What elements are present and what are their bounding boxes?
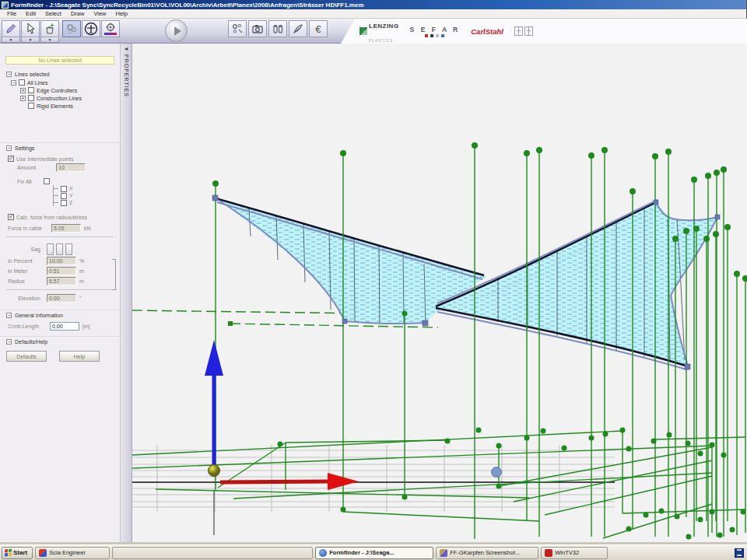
amount-field[interactable]: 10 xyxy=(56,163,86,172)
play-button[interactable] xyxy=(165,19,188,42)
collapse-panel-arrow-icon[interactable]: ◄ xyxy=(124,46,129,51)
in-meter-label: in Meter xyxy=(8,268,44,274)
statics-button[interactable] xyxy=(101,20,120,37)
menu-file[interactable]: File xyxy=(2,10,21,17)
add-bucket-button[interactable]: + xyxy=(40,20,59,37)
construction-lines-checkbox[interactable] xyxy=(28,95,34,101)
fix-y-row[interactable]: Y xyxy=(54,192,120,199)
defaults-help-header[interactable]: − Defaults/Help xyxy=(0,336,120,346)
camera-button[interactable] xyxy=(248,20,267,37)
feather-button[interactable] xyxy=(289,20,307,37)
task-unlabeled[interactable] xyxy=(112,547,313,559)
status-box: No Lines selected xyxy=(5,56,114,65)
coordinate-axes xyxy=(205,340,359,490)
help-button[interactable]: Help xyxy=(59,351,100,362)
gears-cluster-icon xyxy=(65,23,78,35)
rigid-elements-checkbox[interactable] xyxy=(28,103,34,109)
elevation-label: Elevation xyxy=(8,296,44,301)
menu-view[interactable]: View xyxy=(89,10,110,17)
task-formfinder[interactable]: Formfinder - J:\Seaga... xyxy=(315,547,433,559)
menu-edit[interactable]: Edit xyxy=(21,10,40,17)
toolbar: ▼ ▼ + ▼ xyxy=(0,19,746,44)
tree-item-rigid-elements[interactable]: Rigid Elements xyxy=(20,102,120,110)
sag-bracket xyxy=(112,259,116,290)
formfinding-button[interactable] xyxy=(62,20,81,37)
menu-select[interactable]: Select xyxy=(40,10,66,17)
sponsor-logos: LENZING PLASTICS S E F A R CarlStahl xyxy=(355,19,747,44)
tray-language-icon[interactable] xyxy=(735,548,744,558)
carlstahl-logo: CarlStahl xyxy=(471,27,503,36)
origin-marker xyxy=(209,465,220,477)
start-button[interactable]: Start xyxy=(2,547,33,559)
contr-length-field[interactable]: 0.00 xyxy=(50,322,79,331)
draw-dropdown[interactable]: ▼ xyxy=(2,37,20,43)
use-intermediate-row[interactable]: Use intermediate points xyxy=(8,155,120,163)
select-dropdown[interactable]: ▼ xyxy=(21,37,40,43)
radius-field[interactable]: 6.57 xyxy=(47,277,76,285)
task-ff-gkarpfen[interactable]: FF-GKarpfen Screenshot... xyxy=(436,547,538,559)
system-tray xyxy=(735,548,745,558)
wintv-icon xyxy=(545,549,552,557)
calc-force-row[interactable]: Calc. force from radius/stress xyxy=(8,213,120,221)
properties-tab-strip[interactable]: ◄ PROPERTIES xyxy=(121,44,132,542)
sefar-logo: S E F A R xyxy=(410,26,461,37)
expander-icon[interactable]: − xyxy=(11,80,16,86)
force-field[interactable]: 5.05 xyxy=(51,224,81,233)
collapse-icon[interactable]: − xyxy=(6,72,12,77)
elevation-field[interactable]: 0.00 xyxy=(47,294,76,303)
draw-pencil-button[interactable] xyxy=(2,20,20,37)
select-button[interactable] xyxy=(21,20,40,37)
tree-item-all-lines[interactable]: − All Lines xyxy=(11,79,120,86)
menu-draw[interactable]: Draw xyxy=(66,10,89,17)
euro-button[interactable]: € xyxy=(309,20,328,37)
defaults-button[interactable]: Defaults xyxy=(6,351,47,362)
task-scia-engineer[interactable]: Scia Engineer xyxy=(35,547,110,559)
sag-mode-buttons[interactable] xyxy=(47,243,72,255)
collapse-icon[interactable]: − xyxy=(6,313,12,318)
material-rolls-button[interactable] xyxy=(268,20,287,37)
all-lines-checkbox[interactable] xyxy=(19,79,25,86)
fix-all-checkbox[interactable] xyxy=(44,178,50,184)
expander-icon[interactable]: + xyxy=(20,88,26,93)
menu-help[interactable]: Help xyxy=(111,10,132,17)
properties-tab-label: PROPERTIES xyxy=(124,54,129,97)
lenzing-subtext: PLASTICS xyxy=(369,39,393,43)
selected-point-marker[interactable] xyxy=(492,467,502,478)
formfinder-icon xyxy=(319,549,327,557)
window-title: Formfinder - J:\Seagate Sync\SyncRecycle… xyxy=(11,2,364,9)
fix-x-checkbox[interactable] xyxy=(61,186,67,192)
membrane-surface[interactable] xyxy=(216,198,717,369)
use-intermediate-checkbox[interactable] xyxy=(8,156,14,162)
sefar-text: S E F A R xyxy=(410,26,461,33)
molecule-button[interactable] xyxy=(228,20,247,37)
vitruvian-button[interactable] xyxy=(82,20,100,37)
viewport-3d[interactable] xyxy=(132,44,747,542)
fix-z-checkbox[interactable] xyxy=(61,200,67,206)
title-bar[interactable]: Formfinder - J:\Seagate Sync\SyncRecycle… xyxy=(0,0,746,9)
fix-all-row[interactable]: Fix All xyxy=(8,177,120,185)
collapse-icon[interactable]: − xyxy=(6,145,12,151)
lines-selected-header[interactable]: − Lines selected xyxy=(0,69,120,79)
sag-label: Sag xyxy=(8,247,44,252)
in-percent-field[interactable]: 10.00 xyxy=(47,257,76,265)
formfinder-window: Formfinder - J:\Seagate Sync\SyncRecycle… xyxy=(0,0,747,543)
tree-item-construction-lines[interactable]: + Construction Lines xyxy=(20,94,120,102)
fix-z-row[interactable]: Z xyxy=(54,199,120,206)
settings-header[interactable]: − Settings xyxy=(0,142,120,152)
sefar-squares-icon xyxy=(410,34,461,37)
in-meter-field[interactable]: 0.51 xyxy=(47,267,76,275)
fix-y-checkbox[interactable] xyxy=(61,193,67,199)
bucket-dropdown[interactable]: ▼ xyxy=(40,37,59,43)
scia-icon xyxy=(39,549,47,557)
collapse-icon[interactable]: − xyxy=(6,339,12,345)
edge-controllers-checkbox[interactable] xyxy=(28,87,34,93)
task-wintv32[interactable]: WinTV32 xyxy=(541,547,608,559)
tree-item-edge-controllers[interactable]: + Edge Controllers xyxy=(20,86,120,94)
lenzing-mark-icon xyxy=(359,27,367,35)
calc-force-checkbox[interactable] xyxy=(8,214,14,220)
cursor-icon xyxy=(24,23,37,35)
expander-icon[interactable]: + xyxy=(20,96,26,101)
fix-x-row[interactable]: X xyxy=(54,185,120,192)
molecule-icon xyxy=(231,23,244,35)
general-info-header[interactable]: − General Information xyxy=(0,310,120,320)
